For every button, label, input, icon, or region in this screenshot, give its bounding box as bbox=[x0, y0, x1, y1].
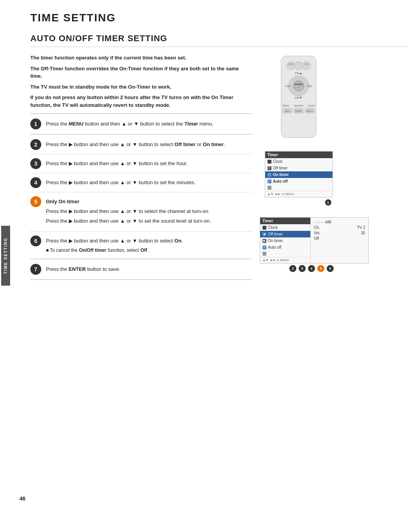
badge-6: 6 bbox=[327, 265, 334, 272]
svg-text:APC: APC bbox=[285, 110, 290, 112]
main-content: TIME SETTING AUTO ON/OFF TIMER SETTING T… bbox=[11, 0, 420, 511]
menu-2-vol-label: Vol. bbox=[314, 231, 320, 235]
menu-1-footer: ▲▼ ◄► ⊙ MENU bbox=[265, 191, 332, 197]
step-1-text: Press the MENU button and then ▲ or ▼ bu… bbox=[46, 119, 214, 128]
menu-2-extra bbox=[260, 251, 310, 257]
menu-2-off-label: Off bbox=[314, 236, 319, 241]
step-3-number: 3 bbox=[30, 158, 41, 169]
menu-2-autooff-icon: ✓ bbox=[262, 246, 266, 249]
divider-dot-2 bbox=[30, 173, 252, 173]
content-area: The timer function operates only if the … bbox=[26, 54, 408, 284]
menu-1-extra-icon bbox=[268, 186, 271, 190]
menu-2-clock-icon bbox=[262, 226, 266, 230]
svg-point-8 bbox=[294, 81, 304, 91]
menu-2-left: Timer Clock ■ Off timer ▶ On timer bbox=[260, 218, 311, 263]
intro-p2: The Off-Timer function overrides the On-… bbox=[30, 65, 252, 80]
menu-screen-2-wrapper: Timer Clock ■ Off timer ▶ On timer bbox=[260, 217, 338, 272]
step-4: 4 Press the ▶ button and then use ▲ or ▼… bbox=[30, 177, 248, 188]
divider-dot-1 bbox=[30, 154, 252, 154]
svg-text:SLEEP: SLEEP bbox=[308, 105, 315, 107]
menu-1-autooff-icon: ✓ bbox=[268, 180, 271, 183]
menu-2-offtimer-label: Off timer bbox=[268, 232, 283, 236]
step-5-substeps: Press the ▶ button and then use ▲ or ▼ t… bbox=[46, 208, 211, 225]
step-2: 2 Press the ▶ button and then use ▲ or ▼… bbox=[30, 139, 248, 150]
intro-p3: The TV must be in standby mode for the O… bbox=[30, 83, 252, 91]
step-6-text: Press the ▶ button and then use ▲ or ▼ b… bbox=[46, 235, 183, 254]
svg-text:VOL: VOL bbox=[285, 85, 290, 87]
menu-2-autooff: ✓ Auto off bbox=[260, 244, 310, 251]
menu-1-item-ontimer: ✓ On timer bbox=[265, 171, 332, 178]
menu-2-ch-value: TV 2 bbox=[357, 225, 365, 230]
step-1: 1 Press the MENU button and then ▲ or ▼ … bbox=[30, 119, 248, 129]
intro-p1: The timer function operates only if the … bbox=[30, 54, 252, 62]
svg-text:DASP: DASP bbox=[296, 110, 302, 112]
svg-text:FCR: FCR bbox=[304, 63, 309, 65]
step-7-number: 7 bbox=[30, 264, 41, 275]
menu-1-clock-label: Clock bbox=[273, 159, 283, 164]
step-5-text: Only On timer Press the ▶ button and the… bbox=[46, 196, 211, 227]
menu-1-item-autooff: ✓ Auto off bbox=[265, 178, 332, 185]
svg-point-3 bbox=[294, 61, 303, 70]
divider-4 bbox=[30, 279, 252, 280]
menu-1-clock-icon bbox=[268, 160, 271, 164]
menu-1-item-offtimer: 3 Off timer bbox=[265, 165, 332, 171]
step-5-sub2: Press the ▶ button and then use ▲ or ▼ t… bbox=[46, 217, 211, 225]
step-1-number: 1 bbox=[30, 119, 41, 129]
menu-1-offtimer-icon: 3 bbox=[268, 166, 271, 170]
menu-2-clock: Clock bbox=[260, 224, 310, 231]
step-3: 3 Press the ▶ button and then use ▲ or ▼… bbox=[30, 158, 248, 169]
divider-3 bbox=[30, 259, 252, 259]
menu-2-vol-row: Vol. 30 bbox=[314, 231, 365, 235]
badge-2: 2 bbox=[289, 265, 296, 272]
menu-2-ch-label: Ch. bbox=[314, 225, 320, 230]
svg-text:ARC/+: ARC/+ bbox=[306, 110, 313, 112]
step-5-number: 5 bbox=[30, 196, 41, 207]
badge-4: 4 bbox=[308, 265, 315, 272]
divider-1 bbox=[30, 113, 252, 114]
menu-1-ontimer-icon: ✓ bbox=[268, 173, 271, 177]
badge-1: 1 bbox=[325, 199, 331, 206]
menu-2-ontimer: ▶ On timer bbox=[260, 237, 310, 244]
svg-text:CH▲: CH▲ bbox=[295, 72, 302, 75]
step-5-sub1: Press the ▶ button and then use ▲ or ▼ t… bbox=[46, 208, 211, 215]
step-5: 5 Only On timer Press the ▶ button and t… bbox=[30, 196, 248, 227]
menu-screen-1-wrapper: Timer Clock 3 Off timer ✓ On timer ✓ bbox=[265, 151, 333, 206]
step-7: 7 Press the ENTER button to save. bbox=[30, 264, 248, 275]
step-6-note: ■ To cancel the On/Off timer function, s… bbox=[46, 247, 183, 254]
step-3-text: Press the ▶ button and then use ▲ or ▼ b… bbox=[46, 158, 188, 168]
step-7-text: Press the ENTER button to save. bbox=[46, 264, 121, 274]
menu-2-ontimer-label: On timer bbox=[268, 239, 283, 243]
menu-2-offtimer: ■ Off timer bbox=[260, 231, 310, 237]
menu-1-offtimer-label: Off timer bbox=[273, 166, 288, 170]
section-title: AUTO ON/OFF TIMER SETTING bbox=[30, 33, 408, 47]
intro-p4: If you do not press any button within 2 … bbox=[30, 94, 252, 109]
menu-2-header: Timer bbox=[260, 218, 310, 224]
menu-1-item-clock: Clock bbox=[265, 158, 332, 165]
step-4-text: Press the ▶ button and then use ▲ or ▼ b… bbox=[46, 177, 196, 187]
menu-2-time-row: - - : - - AM bbox=[314, 220, 365, 224]
menu-2-ontimer-icon: ▶ bbox=[262, 239, 266, 243]
menu-2-time-value: - - : - - AM bbox=[314, 220, 331, 224]
svg-text:REVIEW: REVIEW bbox=[294, 105, 303, 107]
menu-2-ch-row: Ch. TV 2 bbox=[314, 225, 365, 230]
menu-2-right: - - : - - AM Ch. TV 2 Vol. 30 Off bbox=[311, 218, 368, 263]
svg-text:ENTER: ENTER bbox=[295, 83, 303, 85]
menu-screen-2: Timer Clock ■ Off timer ▶ On timer bbox=[260, 217, 369, 263]
intro-text: The timer function operates only if the … bbox=[30, 54, 252, 109]
svg-text:MENU: MENU bbox=[282, 105, 289, 107]
step-2-number: 2 bbox=[30, 139, 41, 150]
menu-1-autooff-label: Auto off bbox=[273, 179, 288, 183]
menu-2-clock-label: Clock bbox=[268, 225, 278, 230]
divider-dot-4 bbox=[30, 231, 252, 232]
menu-2-footer: ▲▼ ◄► ⊙ MENU bbox=[260, 257, 310, 263]
svg-text:MUTE: MUTE bbox=[288, 63, 294, 65]
badge-3: 3 bbox=[299, 265, 306, 272]
menu-2-off-row: Off bbox=[314, 236, 365, 241]
menu-2-autooff-label: Auto off bbox=[268, 245, 281, 249]
menu-2-vol-value: 30 bbox=[361, 231, 365, 235]
svg-text:⊙: ⊙ bbox=[298, 86, 299, 89]
page-title: TIME SETTING bbox=[30, 12, 408, 24]
page-number: 46 bbox=[19, 495, 26, 502]
menu-2-offtimer-icon: ■ bbox=[262, 232, 266, 236]
badge-1-row: 1 bbox=[265, 199, 331, 206]
